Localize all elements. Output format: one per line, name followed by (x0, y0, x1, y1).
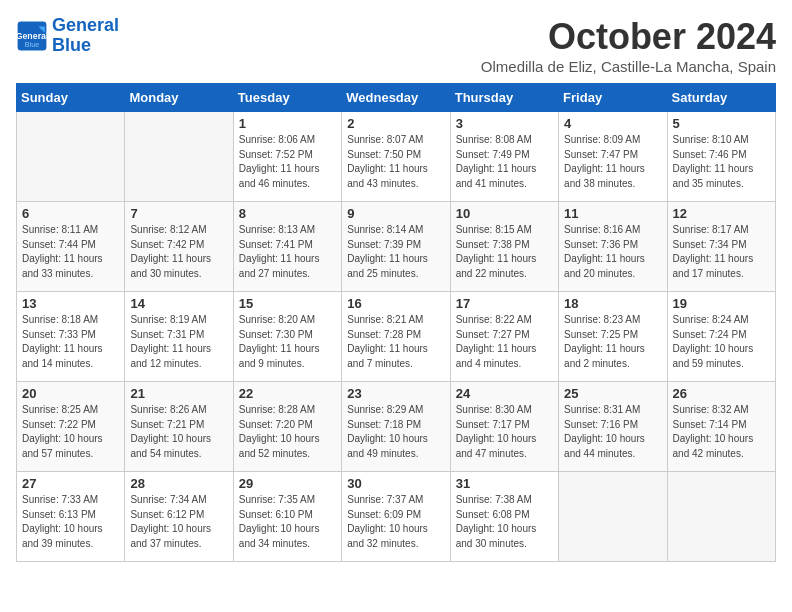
day-number: 24 (456, 386, 553, 401)
day-number: 21 (130, 386, 227, 401)
day-number: 3 (456, 116, 553, 131)
logo-icon: General Blue (16, 20, 48, 52)
calendar-cell: 18Sunrise: 8:23 AMSunset: 7:25 PMDayligh… (559, 292, 667, 382)
calendar-cell: 5Sunrise: 8:10 AMSunset: 7:46 PMDaylight… (667, 112, 775, 202)
day-number: 31 (456, 476, 553, 491)
day-number: 29 (239, 476, 336, 491)
calendar-cell: 12Sunrise: 8:17 AMSunset: 7:34 PMDayligh… (667, 202, 775, 292)
day-number: 12 (673, 206, 770, 221)
calendar-cell: 22Sunrise: 8:28 AMSunset: 7:20 PMDayligh… (233, 382, 341, 472)
logo-line2: Blue (52, 35, 91, 55)
day-number: 26 (673, 386, 770, 401)
day-number: 2 (347, 116, 444, 131)
day-number: 5 (673, 116, 770, 131)
day-info: Sunrise: 8:16 AMSunset: 7:36 PMDaylight:… (564, 223, 661, 281)
day-info: Sunrise: 8:30 AMSunset: 7:17 PMDaylight:… (456, 403, 553, 461)
calendar-cell: 3Sunrise: 8:08 AMSunset: 7:49 PMDaylight… (450, 112, 558, 202)
day-info: Sunrise: 7:38 AMSunset: 6:08 PMDaylight:… (456, 493, 553, 551)
header-friday: Friday (559, 84, 667, 112)
calendar-cell: 7Sunrise: 8:12 AMSunset: 7:42 PMDaylight… (125, 202, 233, 292)
day-info: Sunrise: 8:15 AMSunset: 7:38 PMDaylight:… (456, 223, 553, 281)
day-number: 9 (347, 206, 444, 221)
header-thursday: Thursday (450, 84, 558, 112)
day-number: 18 (564, 296, 661, 311)
day-number: 4 (564, 116, 661, 131)
day-number: 1 (239, 116, 336, 131)
calendar-cell: 27Sunrise: 7:33 AMSunset: 6:13 PMDayligh… (17, 472, 125, 562)
calendar-cell: 31Sunrise: 7:38 AMSunset: 6:08 PMDayligh… (450, 472, 558, 562)
day-info: Sunrise: 8:17 AMSunset: 7:34 PMDaylight:… (673, 223, 770, 281)
header-sunday: Sunday (17, 84, 125, 112)
day-info: Sunrise: 8:10 AMSunset: 7:46 PMDaylight:… (673, 133, 770, 191)
day-number: 14 (130, 296, 227, 311)
calendar-cell: 2Sunrise: 8:07 AMSunset: 7:50 PMDaylight… (342, 112, 450, 202)
day-info: Sunrise: 8:24 AMSunset: 7:24 PMDaylight:… (673, 313, 770, 371)
day-info: Sunrise: 8:19 AMSunset: 7:31 PMDaylight:… (130, 313, 227, 371)
day-info: Sunrise: 8:20 AMSunset: 7:30 PMDaylight:… (239, 313, 336, 371)
calendar-cell: 21Sunrise: 8:26 AMSunset: 7:21 PMDayligh… (125, 382, 233, 472)
day-info: Sunrise: 8:13 AMSunset: 7:41 PMDaylight:… (239, 223, 336, 281)
calendar-cell: 1Sunrise: 8:06 AMSunset: 7:52 PMDaylight… (233, 112, 341, 202)
title-section: October 2024 Olmedilla de Eliz, Castille… (481, 16, 776, 75)
day-number: 19 (673, 296, 770, 311)
calendar-cell (667, 472, 775, 562)
calendar-cell: 26Sunrise: 8:32 AMSunset: 7:14 PMDayligh… (667, 382, 775, 472)
calendar-week-row: 20Sunrise: 8:25 AMSunset: 7:22 PMDayligh… (17, 382, 776, 472)
day-number: 15 (239, 296, 336, 311)
calendar-week-row: 27Sunrise: 7:33 AMSunset: 6:13 PMDayligh… (17, 472, 776, 562)
day-number: 7 (130, 206, 227, 221)
day-info: Sunrise: 8:14 AMSunset: 7:39 PMDaylight:… (347, 223, 444, 281)
calendar-cell (559, 472, 667, 562)
header-wednesday: Wednesday (342, 84, 450, 112)
calendar-cell: 29Sunrise: 7:35 AMSunset: 6:10 PMDayligh… (233, 472, 341, 562)
calendar-cell: 23Sunrise: 8:29 AMSunset: 7:18 PMDayligh… (342, 382, 450, 472)
day-info: Sunrise: 8:31 AMSunset: 7:16 PMDaylight:… (564, 403, 661, 461)
calendar-cell: 24Sunrise: 8:30 AMSunset: 7:17 PMDayligh… (450, 382, 558, 472)
calendar-header-row: SundayMondayTuesdayWednesdayThursdayFrid… (17, 84, 776, 112)
logo: General Blue General Blue (16, 16, 119, 56)
day-info: Sunrise: 8:21 AMSunset: 7:28 PMDaylight:… (347, 313, 444, 371)
day-info: Sunrise: 7:37 AMSunset: 6:09 PMDaylight:… (347, 493, 444, 551)
calendar-cell: 4Sunrise: 8:09 AMSunset: 7:47 PMDaylight… (559, 112, 667, 202)
day-number: 23 (347, 386, 444, 401)
page-header: General Blue General Blue October 2024 O… (16, 16, 776, 75)
day-info: Sunrise: 8:26 AMSunset: 7:21 PMDaylight:… (130, 403, 227, 461)
day-number: 25 (564, 386, 661, 401)
calendar-cell: 11Sunrise: 8:16 AMSunset: 7:36 PMDayligh… (559, 202, 667, 292)
day-info: Sunrise: 8:29 AMSunset: 7:18 PMDaylight:… (347, 403, 444, 461)
day-number: 27 (22, 476, 119, 491)
calendar-table: SundayMondayTuesdayWednesdayThursdayFrid… (16, 83, 776, 562)
calendar-cell: 8Sunrise: 8:13 AMSunset: 7:41 PMDaylight… (233, 202, 341, 292)
calendar-cell (17, 112, 125, 202)
day-info: Sunrise: 8:07 AMSunset: 7:50 PMDaylight:… (347, 133, 444, 191)
day-info: Sunrise: 8:12 AMSunset: 7:42 PMDaylight:… (130, 223, 227, 281)
calendar-cell: 20Sunrise: 8:25 AMSunset: 7:22 PMDayligh… (17, 382, 125, 472)
calendar-week-row: 13Sunrise: 8:18 AMSunset: 7:33 PMDayligh… (17, 292, 776, 382)
day-number: 10 (456, 206, 553, 221)
day-info: Sunrise: 8:09 AMSunset: 7:47 PMDaylight:… (564, 133, 661, 191)
day-number: 20 (22, 386, 119, 401)
calendar-cell: 17Sunrise: 8:22 AMSunset: 7:27 PMDayligh… (450, 292, 558, 382)
day-info: Sunrise: 7:35 AMSunset: 6:10 PMDaylight:… (239, 493, 336, 551)
calendar-cell: 16Sunrise: 8:21 AMSunset: 7:28 PMDayligh… (342, 292, 450, 382)
day-info: Sunrise: 8:22 AMSunset: 7:27 PMDaylight:… (456, 313, 553, 371)
calendar-cell: 25Sunrise: 8:31 AMSunset: 7:16 PMDayligh… (559, 382, 667, 472)
calendar-week-row: 6Sunrise: 8:11 AMSunset: 7:44 PMDaylight… (17, 202, 776, 292)
day-number: 6 (22, 206, 119, 221)
calendar-cell: 6Sunrise: 8:11 AMSunset: 7:44 PMDaylight… (17, 202, 125, 292)
day-number: 22 (239, 386, 336, 401)
header-saturday: Saturday (667, 84, 775, 112)
day-number: 11 (564, 206, 661, 221)
day-number: 8 (239, 206, 336, 221)
day-info: Sunrise: 7:34 AMSunset: 6:12 PMDaylight:… (130, 493, 227, 551)
day-info: Sunrise: 8:25 AMSunset: 7:22 PMDaylight:… (22, 403, 119, 461)
month-title: October 2024 (481, 16, 776, 58)
day-number: 28 (130, 476, 227, 491)
calendar-cell: 19Sunrise: 8:24 AMSunset: 7:24 PMDayligh… (667, 292, 775, 382)
day-info: Sunrise: 8:11 AMSunset: 7:44 PMDaylight:… (22, 223, 119, 281)
day-info: Sunrise: 8:18 AMSunset: 7:33 PMDaylight:… (22, 313, 119, 371)
svg-text:Blue: Blue (25, 40, 39, 49)
header-tuesday: Tuesday (233, 84, 341, 112)
day-info: Sunrise: 8:08 AMSunset: 7:49 PMDaylight:… (456, 133, 553, 191)
location-title: Olmedilla de Eliz, Castille-La Mancha, S… (481, 58, 776, 75)
